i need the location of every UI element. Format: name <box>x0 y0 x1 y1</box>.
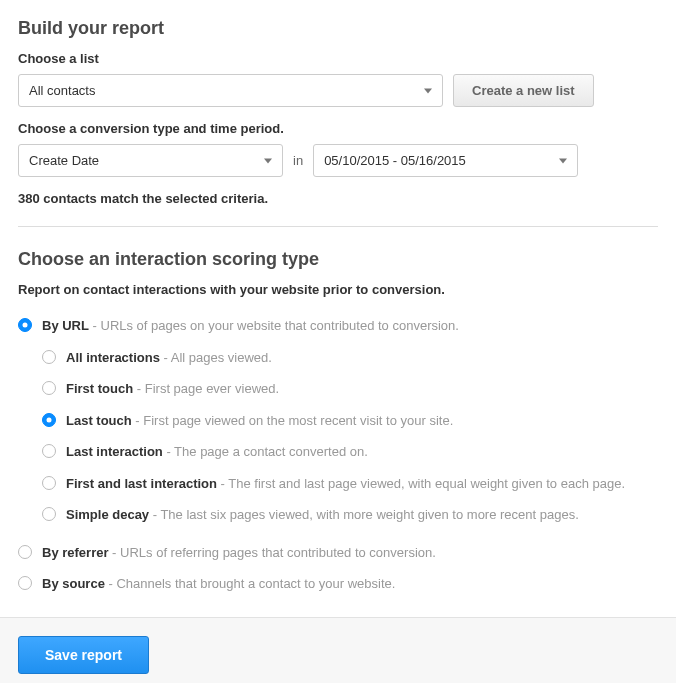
radio-label: Last touch - First page viewed on the mo… <box>66 412 453 430</box>
radio-label: Simple decay - The last six pages viewed… <box>66 506 579 524</box>
radio-label: Last interaction - The page a contact co… <box>66 443 368 461</box>
radio-label: By source - Channels that brought a cont… <box>42 575 395 593</box>
chevron-down-icon <box>559 158 567 163</box>
conversion-type-value: Create Date <box>29 153 99 168</box>
list-select[interactable]: All contacts <box>18 74 443 107</box>
save-report-button[interactable]: Save report <box>18 636 149 674</box>
radio-all-interactions[interactable]: All interactions - All pages viewed. <box>42 349 658 367</box>
footer: Save report <box>0 617 676 683</box>
radio-label: First and last interaction - The first a… <box>66 475 625 493</box>
radio-icon <box>42 381 56 395</box>
radio-label: By URL - URLs of pages on your website t… <box>42 317 459 335</box>
chevron-down-icon <box>424 88 432 93</box>
radio-by-source[interactable]: By source - Channels that brought a cont… <box>18 575 658 593</box>
create-list-button[interactable]: Create a new list <box>453 74 594 107</box>
match-count-text: 380 contacts match the selected criteria… <box>18 191 658 206</box>
radio-first-touch[interactable]: First touch - First page ever viewed. <box>42 380 658 398</box>
radio-by-referrer[interactable]: By referrer - URLs of referring pages th… <box>18 544 658 562</box>
radio-by-url[interactable]: By URL - URLs of pages on your website t… <box>18 317 658 335</box>
conversion-type-select[interactable]: Create Date <box>18 144 283 177</box>
radio-icon <box>42 413 56 427</box>
scoring-subtitle: Report on contact interactions with your… <box>18 282 658 297</box>
radio-icon <box>18 576 32 590</box>
date-range-value: 05/10/2015 - 05/16/2015 <box>324 153 466 168</box>
choose-conversion-label: Choose a conversion type and time period… <box>18 121 658 136</box>
radio-label: First touch - First page ever viewed. <box>66 380 279 398</box>
radio-icon <box>42 476 56 490</box>
radio-label: All interactions - All pages viewed. <box>66 349 272 367</box>
radio-icon <box>18 318 32 332</box>
date-range-select[interactable]: 05/10/2015 - 05/16/2015 <box>313 144 578 177</box>
radio-first-last-interaction[interactable]: First and last interaction - The first a… <box>42 475 658 493</box>
list-select-value: All contacts <box>29 83 95 98</box>
radio-icon <box>18 545 32 559</box>
radio-simple-decay[interactable]: Simple decay - The last six pages viewed… <box>42 506 658 524</box>
sub-radio-group: All interactions - All pages viewed. Fir… <box>42 349 658 524</box>
in-label: in <box>293 153 303 168</box>
chevron-down-icon <box>264 158 272 163</box>
radio-last-interaction[interactable]: Last interaction - The page a contact co… <box>42 443 658 461</box>
divider <box>18 226 658 227</box>
radio-label: By referrer - URLs of referring pages th… <box>42 544 436 562</box>
radio-icon <box>42 350 56 364</box>
page-title: Build your report <box>18 18 658 39</box>
radio-icon <box>42 444 56 458</box>
radio-icon <box>42 507 56 521</box>
scoring-radio-group: By URL - URLs of pages on your website t… <box>18 317 658 593</box>
scoring-title: Choose an interaction scoring type <box>18 249 658 270</box>
choose-list-label: Choose a list <box>18 51 658 66</box>
radio-last-touch[interactable]: Last touch - First page viewed on the mo… <box>42 412 658 430</box>
